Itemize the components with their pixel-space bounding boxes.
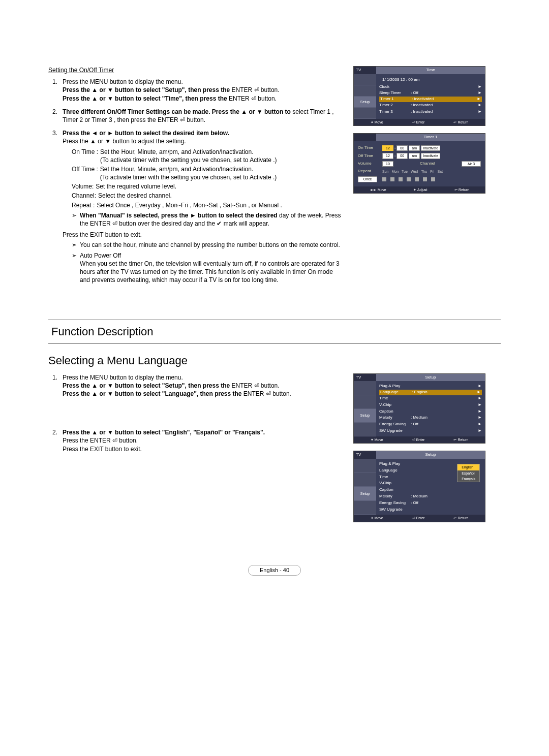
osd-sidebar-item-setup: Setup xyxy=(354,409,376,423)
osd-datetime: 1/ 1/2008 12 : 00 am xyxy=(379,76,482,84)
channel-label: Channel xyxy=(394,161,461,167)
on-hour[interactable]: 12 xyxy=(382,145,393,151)
off-hour[interactable]: 12 xyxy=(382,153,393,159)
page-number: English - 40 xyxy=(248,565,301,576)
def-term: On Time : xyxy=(72,148,98,164)
note-text: Auto Power Off When you set the timer On… xyxy=(80,251,343,285)
osd-menu-row: Melody: Medium► xyxy=(379,415,482,421)
def-desc: Select Once , Everyday , Mon~Fri , Mon~S… xyxy=(97,201,282,209)
day-check[interactable] xyxy=(382,177,386,181)
timer-instructions: Setting the On/Off Timer 1. Press the ME… xyxy=(48,66,343,289)
day-label: Sun xyxy=(382,169,388,174)
note-arrow-icon: ➣ xyxy=(72,211,77,228)
osd-title: Setup xyxy=(376,451,485,459)
lang-step2-bold: Press the ▲ or ▼ button to select "Engli… xyxy=(63,428,343,436)
step-number: 1. xyxy=(48,373,57,398)
osd-title: Time xyxy=(376,67,485,74)
selecting-language-heading: Selecting a Menu Language xyxy=(48,351,501,373)
step-number: 2. xyxy=(48,108,57,124)
osd-foot-enter: ⏎ Enter xyxy=(412,516,425,520)
osd-menu-row: Caption► xyxy=(379,408,482,415)
step1-line3-bold: Press the ▲ or ▼ button to select "Time"… xyxy=(63,95,229,102)
osd-menu-row: Sleep Timer: Off► xyxy=(379,90,482,97)
language-instructions: 1. Press the MENU button to display the … xyxy=(48,373,343,529)
off-min[interactable]: 00 xyxy=(396,153,408,159)
osd-foot-move: ✦ Move xyxy=(371,516,383,520)
note-arrow-icon: ➣ xyxy=(72,241,77,249)
osd-menu-row: Timer 3: Inactivated► xyxy=(379,109,482,115)
language-option[interactable]: Español xyxy=(458,470,479,476)
osd-sidebar-item xyxy=(354,108,376,119)
on-time-label: On Time xyxy=(358,145,381,151)
osd-menu-row: Time► xyxy=(379,395,482,402)
day-check[interactable] xyxy=(390,177,394,181)
volume-label: Volume xyxy=(358,161,381,167)
step3-line2: Press the ▲ or ▼ button to adjust the se… xyxy=(63,137,343,145)
lang-step1-l2-rest: ENTER ⏎ button. xyxy=(232,382,280,389)
manual-note-bold: When "Manual" is selected, press the ► b… xyxy=(80,212,279,219)
lang-step1-l3-rest: ENTER ⏎ button. xyxy=(243,390,291,397)
step1-line3-rest: ENTER ⏎ button. xyxy=(229,95,277,102)
off-ampm[interactable]: am xyxy=(409,153,420,159)
osd-sidebar-item xyxy=(354,459,376,473)
function-description-heading: Function Description xyxy=(48,320,501,344)
channel-value[interactable]: Air 3 xyxy=(462,161,481,167)
osd-menu-row: Melody: Medium xyxy=(379,493,482,500)
day-check[interactable] xyxy=(431,177,435,181)
osd-sidebar-item xyxy=(354,423,376,436)
osd-menu-row: Caption xyxy=(379,487,482,493)
day-label: Fri xyxy=(430,169,434,174)
osd-sidebar-item-setup: Setup xyxy=(354,487,376,501)
osd-timer1-menu: Timer 1 On Time 12: 00 am Inactivate Off… xyxy=(353,133,485,194)
osd-menu-row: V-Chip► xyxy=(379,402,482,408)
note-arrow-icon: ➣ xyxy=(72,251,77,285)
def-desc: Set the Hour, Minute, am/pm, and Activat… xyxy=(100,165,277,181)
exit-instruction: Press the EXIT button to exit. xyxy=(63,231,343,239)
osd-sidebar-item-setup: Setup xyxy=(354,97,376,108)
osd-foot-enter: ⏎ Enter xyxy=(412,120,425,124)
osd-foot-return: ↩ Return xyxy=(453,516,468,520)
osd-time-menu: TV Time Setup 1/ 1/2008 12 : 00 am Clock… xyxy=(353,66,485,126)
repeat-value[interactable]: Once xyxy=(358,176,377,182)
osd-tv-label: TV xyxy=(354,67,376,74)
volume-value[interactable]: 10 xyxy=(382,161,393,167)
step-number: 2. xyxy=(48,428,57,453)
language-option[interactable]: Français xyxy=(458,476,479,482)
osd-sidebar-item xyxy=(354,381,376,395)
osd-setup-menu: TV Setup Setup Plug & Play►Language: Eng… xyxy=(353,373,485,444)
page-footer: English - 40 xyxy=(48,565,501,576)
osd-menu-row: Timer 2: Inactivated► xyxy=(379,102,482,109)
osd-menu-row: Energy Saving: Off xyxy=(379,500,482,507)
def-term: Repeat : xyxy=(72,201,95,209)
def-term: Volume: xyxy=(72,182,94,191)
on-min[interactable]: 00 xyxy=(396,145,408,151)
def-term: Off Time : xyxy=(72,165,98,181)
step3-bold: Press the ◄ or ► button to select the de… xyxy=(63,129,343,137)
osd-title: Setup xyxy=(376,374,485,382)
on-activate[interactable]: Inactivate xyxy=(421,145,440,151)
language-option[interactable]: English xyxy=(458,464,479,470)
osd-foot-adjust: ✦ Adjust xyxy=(413,187,427,192)
step1-line1: Press the MENU button to display the men… xyxy=(63,78,343,86)
day-label: Thu xyxy=(421,169,427,174)
day-check[interactable] xyxy=(415,177,419,181)
day-label: Sat xyxy=(437,169,443,174)
definition-list: On Time :Set the Hour, Minute, am/pm, an… xyxy=(72,148,343,228)
step1-line2-bold: Press the ▲ or ▼ button to select "Setup… xyxy=(63,86,232,93)
osd-menu-row: Energy Saving: Off► xyxy=(379,421,482,428)
day-check[interactable] xyxy=(399,177,403,181)
note-text: You can set the hour, minute and channel… xyxy=(80,241,340,249)
lang-step2-l3: Press the EXIT button to exit. xyxy=(63,445,343,453)
osd-foot-return: ↩ Return xyxy=(453,437,468,442)
off-activate[interactable]: Inactivate xyxy=(421,153,440,159)
day-check[interactable] xyxy=(407,177,411,181)
on-ampm[interactable]: am xyxy=(409,145,420,151)
osd-menu-row: Language: English► xyxy=(379,390,482,395)
step-number: 3. xyxy=(48,129,57,284)
language-popup[interactable]: EnglishEspañolFrançais xyxy=(457,464,480,482)
osd-setup-language-popup: TV Setup Setup Plug & PlayLanguageTimeV-… xyxy=(353,451,485,522)
day-check[interactable] xyxy=(423,177,427,181)
osd-menu-row: SW Upgrade► xyxy=(379,428,482,434)
lang-step1-l1: Press the MENU button to display the men… xyxy=(63,373,343,382)
osd-menu-row: Timer 1: Inactivated► xyxy=(379,97,482,102)
